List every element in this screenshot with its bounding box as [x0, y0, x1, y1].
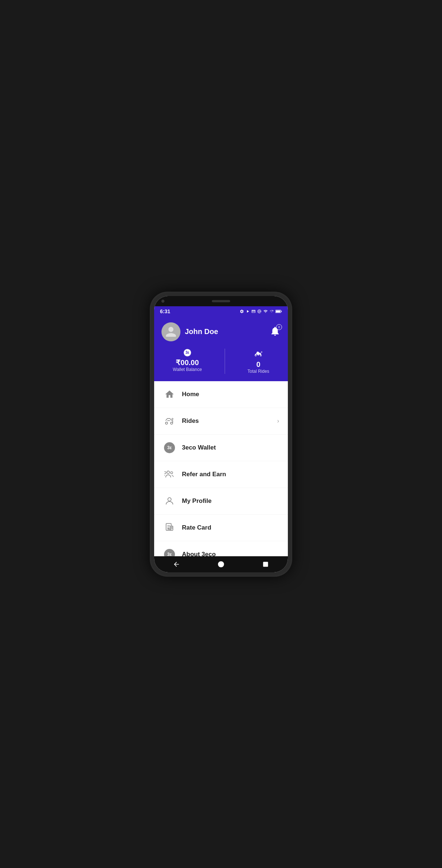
home-label: Home: [182, 391, 279, 398]
wallet-label: 3eco Wallet: [182, 444, 279, 451]
status-time: 6:31: [160, 308, 170, 314]
menu-item-ratecard[interactable]: Rate Card: [154, 515, 288, 541]
refer-label: Refer and Earn: [182, 471, 279, 478]
svg-point-13: [164, 471, 166, 474]
user-name-label: John Doe: [185, 327, 218, 336]
rides-chevron-icon: ›: [277, 418, 279, 424]
svg-rect-16: [168, 528, 168, 529]
recent-icon: [262, 561, 269, 568]
total-rides-label: Total Rides: [248, 369, 269, 374]
svg-rect-2: [276, 310, 280, 312]
ratecard-icon: [163, 521, 176, 534]
status-icons: [240, 309, 282, 314]
svg-point-21: [218, 561, 224, 567]
back-icon: [173, 561, 180, 568]
ratecard-label: Rate Card: [182, 524, 279, 531]
play-status-icon: [245, 309, 250, 314]
wifi-status-icon: [263, 309, 268, 314]
svg-rect-1: [281, 311, 282, 312]
back-button[interactable]: [169, 557, 184, 572]
menu-item-rides[interactable]: Rides ›: [154, 408, 288, 435]
total-rides-value: 0: [248, 360, 269, 369]
avatar: [161, 322, 180, 341]
profile-icon: [163, 494, 176, 508]
home-icon: [163, 388, 176, 401]
rides-icon: [253, 349, 263, 359]
phone-frame: 6:31: [150, 292, 292, 577]
menu-container: Home Rides ›: [154, 381, 288, 556]
menu-item-wallet[interactable]: 3ε 3eco Wallet: [154, 435, 288, 461]
svg-rect-22: [263, 562, 268, 567]
home-nav-button[interactable]: [214, 557, 228, 572]
about-label: About 3eco: [182, 551, 279, 556]
refer-icon: [163, 468, 176, 481]
eco-about-icon: 3ε: [164, 549, 175, 556]
wallet-stat: 3ε ₹00.00 Wallet Balance: [173, 349, 202, 374]
about-icon: 3ε: [163, 548, 176, 556]
notification-badge: 0: [276, 324, 282, 330]
hardware-bar: [154, 296, 288, 306]
at-status-icon: [257, 309, 262, 314]
avatar-icon: [165, 326, 177, 338]
svg-point-10: [172, 418, 173, 420]
stats-row: 3ε ₹00.00 Wallet Balance: [161, 349, 281, 374]
wallet-balance-label: Wallet Balance: [173, 367, 202, 372]
card-status-icon: [251, 309, 256, 314]
eco-wallet-icon: 3ε: [183, 349, 191, 357]
menu-item-about[interactable]: 3ε About 3eco: [154, 541, 288, 556]
front-camera: [161, 300, 164, 303]
svg-point-8: [165, 422, 168, 424]
wallet-balance-value: ₹00.00: [173, 358, 202, 367]
battery-status-icon: [275, 309, 282, 314]
settings-status-icon: [240, 309, 244, 314]
svg-point-12: [171, 471, 173, 474]
menu-item-home[interactable]: Home: [154, 381, 288, 408]
speaker-grille: [212, 300, 230, 302]
stats-divider: [225, 349, 225, 374]
user-info: John Doe: [161, 322, 218, 341]
bottom-nav: [154, 556, 288, 572]
svg-point-14: [168, 497, 171, 501]
svg-rect-17: [169, 528, 170, 529]
menu-item-refer[interactable]: Refer and Earn: [154, 461, 288, 488]
phone-screen: 6:31: [154, 296, 288, 572]
menu-item-profile[interactable]: My Profile: [154, 488, 288, 515]
svg-point-5: [260, 355, 261, 356]
svg-point-6: [255, 355, 256, 356]
profile-label: My Profile: [182, 497, 279, 505]
status-bar: 6:31: [154, 306, 288, 317]
svg-point-11: [167, 471, 169, 473]
svg-point-7: [261, 351, 263, 353]
rides-stat: 0 Total Rides: [248, 349, 269, 374]
rides-label: Rides: [182, 417, 277, 425]
signal-status-icon: [270, 309, 274, 314]
app-header: John Doe 0 3ε: [154, 317, 288, 381]
user-row: John Doe 0: [161, 322, 281, 341]
home-nav-icon: [217, 561, 225, 568]
recent-button[interactable]: [258, 557, 273, 572]
wallet-menu-icon: 3ε: [163, 441, 176, 454]
notification-button[interactable]: 0: [270, 326, 281, 338]
rides-menu-icon: [163, 414, 176, 428]
eco-logo-icon: 3ε: [164, 442, 175, 453]
